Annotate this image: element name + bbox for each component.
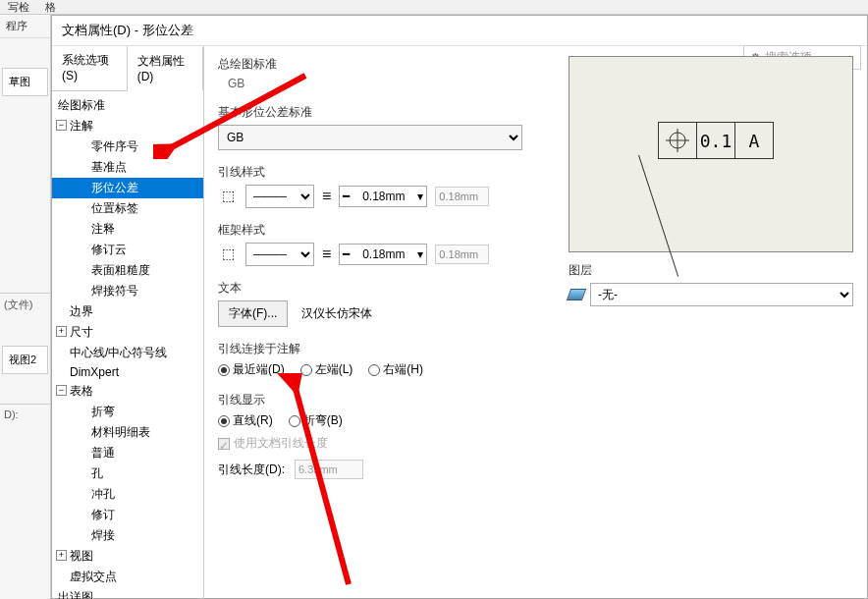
font-name-display: 汉仪长仿宋体 — [301, 306, 372, 320]
file-label: (文件) — [0, 293, 50, 316]
tree-punch[interactable]: 冲孔 — [52, 484, 203, 505]
radio-right[interactable]: 右端(H) — [368, 361, 423, 378]
tree-annotations[interactable]: −注解 — [52, 116, 203, 136]
tree-weld-table[interactable]: 焊接 — [52, 525, 203, 546]
frame-thickness-select[interactable]: ━ 0.18mm ▾ — [339, 244, 427, 265]
tree-drafting-standard[interactable]: 绘图标准 — [52, 95, 203, 116]
use-doc-length-checkbox: ✓ 使用文档引线长度 — [218, 435, 555, 452]
radio-closest[interactable]: 最近端(D) — [218, 361, 285, 378]
layer-icon — [567, 289, 586, 300]
tree-revision-clouds[interactable]: 修订云 — [52, 240, 203, 260]
layer-select[interactable]: -无- — [590, 283, 853, 306]
frame-style-label: 框架样式 — [218, 222, 555, 239]
collapse-icon[interactable]: − — [56, 385, 67, 396]
overall-standard-label: 总绘图标准 — [218, 56, 555, 73]
top-toolbar: 写检 格 — [0, 0, 868, 15]
left-sidebar: 程序 草图 (文件) 视图2 D): — [0, 15, 51, 599]
dialog-title: 文档属性(D) - 形位公差 — [52, 16, 867, 46]
overall-standard-value: GB — [218, 77, 555, 90]
tree-surface-finishes[interactable]: 表面粗糙度 — [52, 260, 203, 281]
category-tree[interactable]: 绘图标准 −注解 零件序号 基准点 形位公差 位置标签 注释 修订云 表面粗糙度… — [52, 91, 203, 599]
tree-revision[interactable]: 修订 — [52, 505, 203, 525]
d-label: D): — [0, 404, 50, 424]
tree-virtual-sharps[interactable]: 虚拟交点 — [52, 567, 203, 587]
leader-type-icon[interactable]: ⬚ — [218, 188, 238, 205]
tabs-tree-panel: 系统选项(S) 文档属性(D) 绘图标准 −注解 零件序号 基准点 形位公差 位… — [52, 46, 204, 599]
expand-icon[interactable]: + — [56, 550, 67, 561]
tree-datums[interactable]: 基准点 — [52, 157, 203, 178]
tolerance-value: 0.1 — [696, 122, 735, 159]
tree-borders[interactable]: 边界 — [52, 301, 203, 322]
preview-box: 0.1 A — [569, 56, 853, 252]
tree-bom[interactable]: 材料明细表 — [52, 422, 203, 443]
frame-line-select[interactable]: ──── — [245, 243, 314, 266]
collapse-icon[interactable]: − — [56, 120, 67, 131]
tree-dimxpert[interactable]: DimXpert — [52, 363, 203, 381]
tree-balloons[interactable]: 零件序号 — [52, 136, 203, 157]
leader-anchor-label: 引线连接于注解 — [218, 341, 555, 357]
tree-detailing[interactable]: 出详图 — [52, 587, 203, 599]
tree-notes[interactable]: 注释 — [52, 219, 203, 240]
tab-row: 系统选项(S) 文档属性(D) — [52, 46, 203, 91]
separator-icon: ≡ — [322, 245, 331, 263]
tree-location-label[interactable]: 位置标签 — [52, 198, 203, 219]
top-item[interactable]: 写检 — [0, 0, 37, 14]
checkbox-icon: ✓ — [218, 438, 230, 450]
properties-dialog: 文档属性(D) - 形位公差 ⚙ 搜索选项 系统选项(S) 文档属性(D) 绘图… — [51, 15, 868, 599]
frame-type-icon[interactable]: ⬚ — [218, 245, 238, 263]
separator-icon: ≡ — [322, 188, 331, 205]
expand-icon[interactable]: + — [56, 326, 67, 337]
layer-label: 图层 — [569, 262, 853, 279]
leader-display-label: 引线显示 — [218, 392, 555, 408]
tree-hole[interactable]: 孔 — [52, 463, 203, 484]
leader-line-preview — [638, 155, 678, 277]
radio-left[interactable]: 左端(L) — [300, 361, 353, 378]
tree-weld-symbols[interactable]: 焊接符号 — [52, 281, 203, 301]
content-area: 总绘图标准 GB 基本形位公差标准 GB 引线样式 ⬚ ──── ≡ ━ 0.1… — [204, 46, 867, 599]
leader-thickness-select[interactable]: ━ 0.18mm ▾ — [339, 186, 427, 207]
base-standard-label: 基本形位公差标准 — [218, 104, 555, 121]
font-button[interactable]: 字体(F)... — [218, 300, 288, 327]
gdt-frame: 0.1 A — [658, 122, 774, 159]
tree-general[interactable]: 普通 — [52, 443, 203, 463]
radio-straight[interactable]: 直线(R) — [218, 412, 273, 429]
radio-bent[interactable]: 折弯(B) — [289, 412, 343, 429]
view2-tab[interactable]: 视图2 — [2, 346, 48, 374]
leader-length-input — [295, 460, 363, 479]
prog-label[interactable]: 程序 — [0, 15, 50, 38]
leader-line-select[interactable]: ──── — [245, 185, 314, 208]
text-label: 文本 — [218, 280, 555, 297]
frame-thickness-input[interactable] — [435, 245, 489, 264]
tree-views[interactable]: +视图 — [52, 546, 203, 567]
tree-geometric-tolerances[interactable]: 形位公差 — [52, 178, 203, 198]
datum-value: A — [734, 122, 774, 159]
tree-centerlines[interactable]: 中心线/中心符号线 — [52, 343, 203, 363]
leader-style-label: 引线样式 — [218, 164, 555, 181]
top-item[interactable]: 格 — [37, 0, 64, 14]
tree-tables[interactable]: −表格 — [52, 381, 203, 402]
tab-system-options[interactable]: 系统选项(S) — [52, 46, 128, 90]
tree-bend[interactable]: 折弯 — [52, 402, 203, 422]
position-symbol-icon — [658, 122, 697, 159]
base-standard-select[interactable]: GB — [218, 125, 522, 150]
tree-dimensions[interactable]: +尺寸 — [52, 322, 203, 343]
sketch-tab[interactable]: 草图 — [2, 68, 48, 96]
leader-thickness-input[interactable] — [435, 187, 489, 206]
leader-length-label: 引线长度(D): — [218, 462, 285, 478]
tab-document-properties[interactable]: 文档属性(D) — [128, 47, 203, 91]
